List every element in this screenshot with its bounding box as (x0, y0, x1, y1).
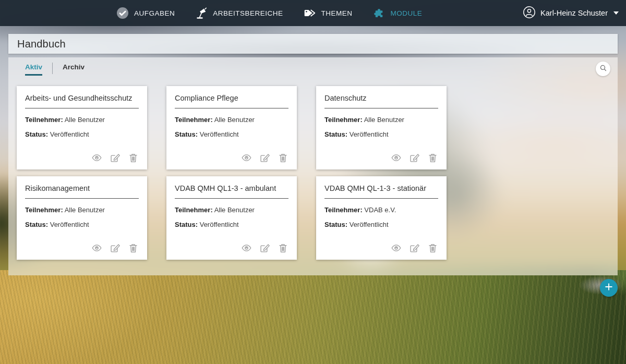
participants-value: Alle Benutzer (65, 116, 105, 124)
edit-icon[interactable] (110, 242, 121, 253)
card-divider (25, 108, 139, 108)
module-card[interactable]: Compliance Pflege Teilnehmer: Alle Benut… (166, 86, 297, 169)
participants-label: Teilnehmer: (324, 116, 363, 124)
nav-item-label: ARBEITSBEREICHE (213, 9, 283, 17)
edit-icon[interactable] (409, 242, 420, 253)
tab-divider (52, 63, 53, 74)
card-status: Status: Veröffentlicht (324, 130, 438, 138)
check-circle-icon (116, 7, 129, 20)
page-header: Handbuch (8, 34, 618, 54)
status-label: Status: (324, 221, 347, 228)
card-actions (175, 242, 288, 255)
status-label: Status: (175, 130, 198, 138)
user-menu[interactable]: Karl-Heinz Schuster (523, 0, 619, 26)
card-participants: Teilnehmer: Alle Benutzer (324, 116, 438, 124)
card-divider (175, 198, 288, 199)
delete-icon[interactable] (128, 152, 139, 163)
participants-label: Teilnehmer: (25, 206, 63, 214)
card-actions (324, 242, 438, 255)
tab-bar: Aktiv Archiv (25, 63, 85, 76)
card-actions (175, 152, 288, 165)
card-actions (324, 152, 438, 165)
status-value: Veröffentlicht (50, 221, 89, 228)
module-card[interactable]: Datenschutz Teilnehmer: Alle Benutzer St… (316, 86, 447, 169)
nav-item-arbeitsbereiche[interactable]: ARBEITSBEREICHE (195, 7, 283, 20)
view-icon[interactable] (91, 152, 102, 163)
module-card[interactable]: VDAB QMH QL1-3 - ambulant Teilnehmer: Al… (166, 176, 297, 260)
module-card[interactable]: VDAB QMH QL-1-3 - stationär Teilnehmer: … (316, 176, 447, 260)
card-title: Arbeits- und Gesundheitsschutz (25, 94, 139, 102)
view-icon[interactable] (91, 242, 102, 253)
nav-item-label: MODULE (391, 9, 423, 17)
delete-icon[interactable] (427, 242, 438, 253)
tags-icon (303, 7, 316, 20)
search-button[interactable] (596, 62, 610, 76)
delete-icon[interactable] (278, 242, 288, 253)
tab-aktiv[interactable]: Aktiv (25, 63, 42, 76)
delete-icon[interactable] (278, 152, 288, 163)
card-participants: Teilnehmer: VDAB e.V. (324, 206, 438, 214)
status-value: Veröffentlicht (350, 130, 389, 138)
app-window: AUFGABEN ARBEITSBEREICHE (0, 0, 626, 364)
card-status: Status: Veröffentlicht (25, 130, 139, 138)
card-divider (324, 108, 438, 108)
view-icon[interactable] (241, 242, 252, 253)
participants-label: Teilnehmer: (25, 116, 63, 124)
status-value: Veröffentlicht (200, 221, 239, 228)
card-status: Status: Veröffentlicht (175, 130, 288, 138)
status-label: Status: (25, 130, 48, 138)
card-participants: Teilnehmer: Alle Benutzer (175, 116, 288, 124)
module-card[interactable]: Arbeits- und Gesundheitsschutz Teilnehme… (17, 86, 147, 169)
card-title: Datenschutz (324, 94, 438, 102)
module-cards-grid: Arbeits- und Gesundheitsschutz Teilnehme… (17, 86, 447, 260)
status-label: Status: (175, 221, 198, 228)
edit-icon[interactable] (259, 242, 270, 253)
tab-archiv[interactable]: Archiv (63, 63, 85, 76)
edit-icon[interactable] (110, 152, 121, 163)
participants-label: Teilnehmer: (324, 206, 363, 214)
delete-icon[interactable] (427, 152, 438, 163)
card-participants: Teilnehmer: Alle Benutzer (175, 206, 288, 214)
module-card[interactable]: Risikomanagement Teilnehmer: Alle Benutz… (17, 176, 147, 260)
nav-item-aufgaben[interactable]: AUFGABEN (116, 7, 175, 20)
nav-item-module[interactable]: MODULE (372, 7, 423, 20)
desk-lamp-icon (195, 7, 208, 20)
background-grass-hill (0, 270, 626, 364)
add-button[interactable] (600, 279, 618, 297)
user-avatar-icon (523, 6, 536, 20)
card-title: Compliance Pflege (175, 94, 288, 102)
top-navbar: AUFGABEN ARBEITSBEREICHE (0, 0, 626, 26)
delete-icon[interactable] (128, 242, 139, 253)
participants-value: Alle Benutzer (214, 206, 255, 214)
participants-label: Teilnehmer: (175, 116, 213, 124)
edit-icon[interactable] (409, 152, 420, 163)
nav-item-label: THEMEN (321, 9, 353, 17)
card-status: Status: Veröffentlicht (175, 221, 288, 228)
card-status: Status: Veröffentlicht (324, 221, 438, 228)
status-value: Veröffentlicht (50, 130, 89, 138)
plus-icon (604, 282, 614, 294)
user-name: Karl-Heinz Schuster (540, 9, 608, 17)
card-title: Risikomanagement (25, 184, 139, 192)
status-label: Status: (25, 221, 48, 228)
view-icon[interactable] (391, 152, 402, 163)
card-actions (25, 242, 139, 255)
participants-label: Teilnehmer: (175, 206, 213, 214)
card-divider (25, 198, 139, 199)
content-panel: Aktiv Archiv Arbeits- und Gesundheitssch… (8, 57, 618, 275)
nav-items: AUFGABEN ARBEITSBEREICHE (116, 0, 422, 26)
participants-value: Alle Benutzer (364, 116, 404, 124)
view-icon[interactable] (241, 152, 252, 163)
view-icon[interactable] (391, 242, 402, 253)
card-title: VDAB QMH QL-1-3 - stationär (324, 184, 438, 192)
card-divider (324, 198, 438, 199)
card-title: VDAB QMH QL1-3 - ambulant (175, 184, 288, 192)
participants-value: Alle Benutzer (214, 116, 255, 124)
participants-value: Alle Benutzer (65, 206, 105, 214)
nav-item-label: AUFGABEN (134, 9, 175, 17)
edit-icon[interactable] (259, 152, 270, 163)
nav-item-themen[interactable]: THEMEN (303, 7, 353, 20)
participants-value: VDAB e.V. (364, 206, 396, 214)
card-participants: Teilnehmer: Alle Benutzer (25, 206, 139, 214)
status-value: Veröffentlicht (200, 130, 239, 138)
